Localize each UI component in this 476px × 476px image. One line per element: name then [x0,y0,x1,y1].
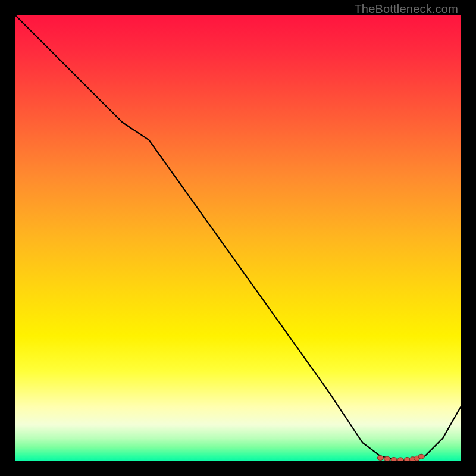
curve-markers [377,454,424,461]
attribution-text: TheBottleneck.com [354,2,458,16]
plot-area [15,15,461,461]
chart-svg [15,15,461,461]
chart-frame: TheBottleneck.com [0,0,476,476]
marker-point [384,456,390,461]
marker-point [404,458,410,461]
marker-point [418,454,424,459]
marker-point [391,458,397,461]
curve-line [15,15,461,461]
marker-point [397,458,403,461]
marker-point [377,456,383,461]
